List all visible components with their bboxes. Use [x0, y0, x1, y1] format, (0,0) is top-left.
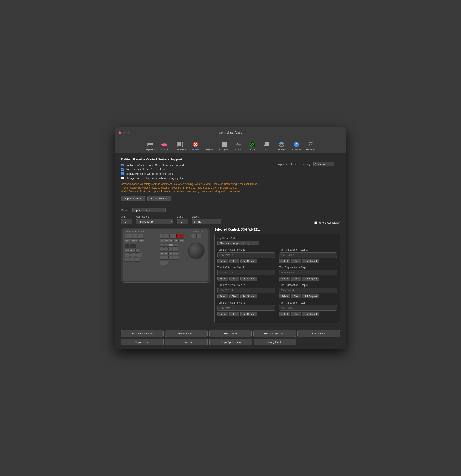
close-button[interactable]	[119, 131, 121, 134]
tab-gamepad[interactable]: Gamepad	[304, 140, 317, 152]
changebank-checkbox[interactable]	[121, 177, 124, 179]
action-right-1-clear[interactable]: Clear	[291, 259, 301, 263]
key-trans[interactable]: TRANS	[164, 238, 169, 242]
action-right-3-input[interactable]	[279, 288, 337, 293]
jog-wheel-visual[interactable]	[188, 243, 205, 259]
import-settings-button[interactable]: Import Settings	[121, 196, 145, 201]
reset-bank-button[interactable]: Reset Bank	[297, 330, 340, 337]
tab-razer[interactable]: Razer	[246, 140, 259, 152]
tab-audioswift[interactable]: A AudioSwift	[289, 140, 303, 152]
key-video-only[interactable]: VIDEO ONLY	[173, 252, 179, 255]
tab-monogram[interactable]: Monogram	[217, 140, 231, 152]
key-audio-only[interactable]: AUDIO ONLY	[173, 256, 179, 260]
action-left-3-edit-snippet[interactable]: Edit Snippet	[240, 294, 257, 298]
export-settings-button[interactable]: Export Settings	[147, 196, 171, 201]
key-stop-play[interactable]: STOP/PLAY	[160, 261, 168, 265]
key-cam-5[interactable]: CAM 5	[164, 252, 168, 255]
action-right-4-edit-snippet[interactable]: Edit Snippet	[302, 312, 319, 316]
key-slip-src[interactable]: SLIP SRC	[125, 253, 130, 257]
action-left-1-select[interactable]: Select	[217, 259, 228, 263]
action-right-1-input[interactable]	[279, 252, 337, 258]
tab-touchbar[interactable]: Touch Bar	[158, 140, 171, 152]
key-source[interactable]: SOURCE	[191, 234, 196, 238]
unit-input[interactable]	[121, 219, 132, 224]
action-left-3-clear[interactable]: Clear	[230, 294, 239, 298]
action-right-2-edit-snippet[interactable]: Edit Snippet	[302, 277, 319, 281]
action-left-2-input[interactable]	[217, 270, 275, 275]
action-left-2-edit-snippet[interactable]: Edit Snippet	[240, 277, 257, 281]
key-cam-3a[interactable]: CAM 3	[168, 247, 172, 251]
action-right-4-select[interactable]: Select	[279, 312, 290, 316]
action-left-4-input[interactable]	[217, 305, 275, 311]
key-jog[interactable]	[169, 244, 173, 246]
copy-bank-button[interactable]: Copy Bank	[254, 339, 296, 346]
tab-loupedeck[interactable]: Loupedeck	[274, 140, 288, 152]
key-slip-dest[interactable]: SLIP DEST	[130, 253, 136, 257]
reset-everything-button[interactable]: Reset Everything	[121, 330, 164, 337]
key-snap[interactable]: SNAP	[174, 238, 179, 242]
key-smth-cut[interactable]: SMTH CUT	[135, 258, 140, 262]
key-trim-in[interactable]: TRIM IN	[125, 249, 129, 253]
zoom-button[interactable]	[127, 131, 130, 134]
action-left-1-input[interactable]	[217, 252, 275, 258]
tab-resolve[interactable]: Resolve	[189, 140, 202, 152]
copy-application-button[interactable]: Copy Application	[209, 339, 252, 346]
action-right-3-edit-snippet[interactable]: Edit Snippet	[302, 294, 319, 298]
key-cam-2a[interactable]: CAM 2	[164, 247, 168, 251]
key-esc[interactable]: ESC	[160, 234, 163, 238]
key-timeline[interactable]: TIMELINE	[196, 234, 201, 238]
key-full-view[interactable]: FULL VIEW	[176, 234, 184, 238]
jog-mode-select[interactable]: Absolute (Snaps to Zero) Relative Absolu…	[217, 241, 259, 246]
enable-checkbox[interactable]	[121, 163, 124, 166]
reset-unit-button[interactable]: Reset Unit	[209, 330, 252, 337]
key-live-ovwr[interactable]: LIVE OVWR	[173, 247, 179, 251]
key-undo[interactable]: UNDO	[160, 238, 164, 242]
key-cam-2b[interactable]: CAM 2	[164, 256, 168, 260]
key-cut[interactable]: CUT	[125, 258, 129, 262]
key-cam-1a[interactable]: CAM 1	[160, 247, 164, 251]
application-select[interactable]: Final Cut Pro DaVinci Resolve Premiere P…	[136, 219, 173, 224]
tab-tangent[interactable]: Tangent	[203, 140, 216, 152]
action-left-1-clear[interactable]: Clear	[230, 259, 239, 263]
bank-input[interactable]	[177, 219, 188, 224]
key-audio-level[interactable]: AUDIO LEVEL	[169, 234, 176, 238]
device-select[interactable]: Speed Editor Editor Keyboard	[132, 208, 166, 212]
minimize-button[interactable]	[123, 131, 126, 134]
snippets-select[interactable]: 1 second 2 seconds 5 seconds 10 seconds	[313, 162, 334, 166]
copy-unit-button[interactable]: Copy Unit	[165, 339, 208, 346]
action-right-2-select[interactable]: Select	[279, 277, 290, 281]
action-left-3-select[interactable]: Select	[217, 294, 228, 298]
key-appnd[interactable]: APPND	[133, 234, 137, 238]
key-roll[interactable]: ROLL	[135, 249, 140, 253]
key-small-2[interactable]	[165, 244, 169, 246]
key-smart-insert[interactable]: SMART INSERT	[125, 234, 132, 238]
action-left-4-select[interactable]: Select	[217, 312, 228, 316]
autoswitch-checkbox[interactable]	[121, 168, 124, 171]
displaymsg-checkbox[interactable]	[121, 172, 124, 175]
action-right-2-clear[interactable]: Clear	[291, 277, 301, 281]
tab-midi[interactable]: MIDI	[260, 140, 273, 152]
key-trim-out[interactable]: TRIM OUT	[130, 249, 135, 253]
key-ripl-ovwr[interactable]: RIPL OVWR	[138, 234, 143, 238]
key-cam-1b[interactable]: CAM 1	[160, 256, 164, 260]
key-small-1[interactable]	[160, 244, 164, 246]
key-dis[interactable]: DIS	[130, 258, 134, 262]
key-close-up[interactable]: CLOSE UP	[125, 238, 130, 242]
action-right-4-clear[interactable]: Clear	[291, 312, 301, 316]
action-left-4-clear[interactable]: Clear	[230, 312, 239, 316]
key-out[interactable]: OUT	[130, 244, 136, 248]
label-input[interactable]	[192, 219, 221, 224]
key-src-ovwr[interactable]: SRC OVWR	[139, 238, 144, 242]
key-split[interactable]: SPLIT	[169, 238, 174, 242]
key-cam-3b[interactable]: CAM 3	[168, 256, 172, 260]
tab-streamdeck[interactable]: Stream Deck	[172, 140, 188, 152]
reset-application-button[interactable]: Reset Application	[253, 330, 296, 337]
action-left-2-select[interactable]: Select	[217, 277, 228, 281]
reset-device-button[interactable]: Reset Device	[165, 330, 208, 337]
key-cam-6[interactable]: CAM 6	[168, 252, 172, 255]
action-right-3-select[interactable]: Select	[279, 294, 290, 298]
tab-keyboard[interactable]: Keyboard	[144, 140, 157, 152]
key-cam-4[interactable]: CAM 4	[160, 252, 164, 255]
scroll-container[interactable]: Jog Wheel Mode: Absolute (Snaps to Zero)…	[214, 234, 340, 323]
tab-tourbox[interactable]: TourBox	[232, 140, 245, 152]
